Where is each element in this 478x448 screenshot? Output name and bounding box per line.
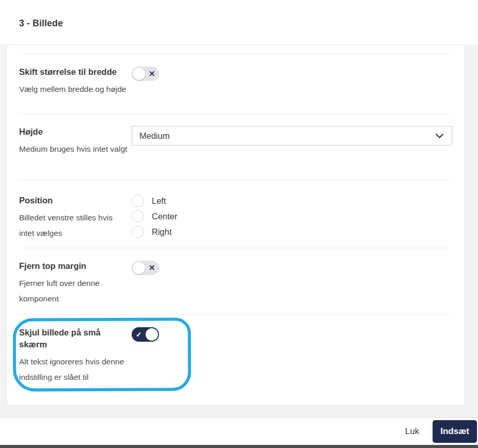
setting-row-position: Position Billedet venstre stilles hvis i… — [19, 180, 452, 248]
modal-footer: Luk Indsæt — [0, 417, 478, 445]
toggle-off-x-icon: ✕ — [149, 263, 155, 273]
setting-description: Vælg mellem bredde og højde — [19, 82, 129, 97]
setting-labels: Position Billedet venstre stilles hvis i… — [19, 195, 132, 248]
setting-control: ✕ — [132, 260, 452, 314]
hide-image-small-screen-toggle[interactable]: ✓ — [132, 327, 159, 342]
settings-card: Skift størrelse til bredde Vælg mellem b… — [6, 44, 465, 406]
remove-top-margin-toggle[interactable]: ✕ — [132, 261, 159, 275]
toggle-knob — [133, 68, 145, 80]
setting-labels: Skjul billede på små skærm Alt tekst ign… — [19, 327, 132, 405]
radio-label: Center — [152, 212, 178, 221]
bottom-edge-bar — [0, 445, 478, 448]
modal-header: 3 - Billede — [0, 0, 478, 44]
height-select-value: Medium — [139, 131, 170, 141]
toggle-knob — [146, 328, 158, 341]
setting-row-remove-top-margin: Fjern top margin Fjerner luft over denne… — [19, 248, 452, 314]
modal-body: Skift størrelse til bredde Vælg mellem b… — [0, 44, 478, 417]
radio-option-right[interactable]: Right — [132, 226, 452, 238]
radio-button[interactable] — [132, 226, 144, 238]
position-radio-group: Left Center Right — [132, 195, 452, 248]
resize-to-width-toggle[interactable]: ✕ — [132, 67, 159, 81]
setting-label: Position — [19, 195, 125, 206]
toggle-off-x-icon: ✕ — [149, 69, 155, 78]
radio-button[interactable] — [132, 210, 144, 222]
height-select[interactable]: Medium — [132, 126, 452, 146]
setting-row-height: Højde Medium bruges hvis intet valgt Med… — [19, 114, 452, 180]
radio-label: Right — [152, 227, 172, 237]
radio-option-center[interactable]: Center — [132, 210, 452, 222]
radio-option-left[interactable]: Left — [132, 195, 452, 207]
modal-title: 3 - Billede — [19, 18, 63, 29]
radio-label: Left — [152, 196, 166, 206]
setting-description: Billedet venstre stilles hvis intet vælg… — [19, 210, 129, 241]
setting-label: Skjul billede på små skærm — [19, 327, 125, 350]
setting-description: Fjerner luft over denne komponent — [19, 276, 129, 306]
setting-description: Alt tekst ignoreres hvis denne indstilli… — [19, 354, 129, 385]
setting-labels: Fjern top margin Fjerner luft over denne… — [19, 260, 132, 314]
toggle-knob — [133, 262, 145, 274]
setting-label: Skift størrelse til bredde — [19, 66, 125, 78]
setting-label: Højde — [19, 126, 125, 138]
setting-row-hide-image-small-screen: Skjul billede på små skærm Alt tekst ign… — [19, 314, 452, 405]
setting-control: ✕ — [132, 66, 452, 114]
setting-control: ✓ — [132, 327, 452, 405]
setting-label: Fjern top margin — [19, 260, 125, 272]
insert-button[interactable]: Indsæt — [433, 420, 477, 443]
close-button[interactable]: Luk — [405, 426, 419, 437]
toggle-on-check-icon: ✓ — [136, 330, 142, 339]
image-settings-modal: 3 - Billede Skift størrelse til bredde V… — [0, 0, 478, 448]
setting-description: Medium bruges hvis intet valgt — [19, 141, 129, 156]
radio-button[interactable] — [132, 195, 144, 207]
setting-labels: Højde Medium bruges hvis intet valgt — [19, 126, 132, 180]
setting-labels: Skift størrelse til bredde Vælg mellem b… — [19, 66, 132, 114]
chevron-down-icon — [435, 133, 444, 139]
setting-row-resize-to-width: Skift størrelse til bredde Vælg mellem b… — [19, 54, 452, 114]
setting-control: Medium — [132, 126, 452, 180]
